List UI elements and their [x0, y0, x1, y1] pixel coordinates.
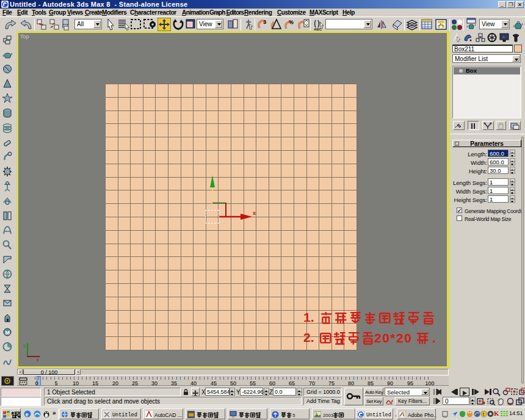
svg-text:!: !	[483, 411, 485, 417]
svg-text:2.: 2.	[303, 330, 314, 344]
svg-text:%: %	[289, 19, 294, 25]
svg-text:3: 3	[263, 19, 266, 25]
svg-text:x: x	[37, 358, 39, 361]
svg-text:x: x	[253, 210, 256, 216]
svg-text:2003: 2003	[323, 413, 333, 418]
svg-text:20*20: 20*20	[374, 331, 412, 345]
svg-text:5: 5	[292, 413, 295, 418]
svg-text:y: y	[23, 343, 26, 348]
svg-text:.: .	[432, 331, 436, 345]
svg-text:1.: 1.	[303, 311, 314, 324]
svg-text:M: M	[5, 330, 10, 336]
svg-text:e: e	[26, 411, 29, 418]
svg-text:A: A	[502, 35, 505, 39]
